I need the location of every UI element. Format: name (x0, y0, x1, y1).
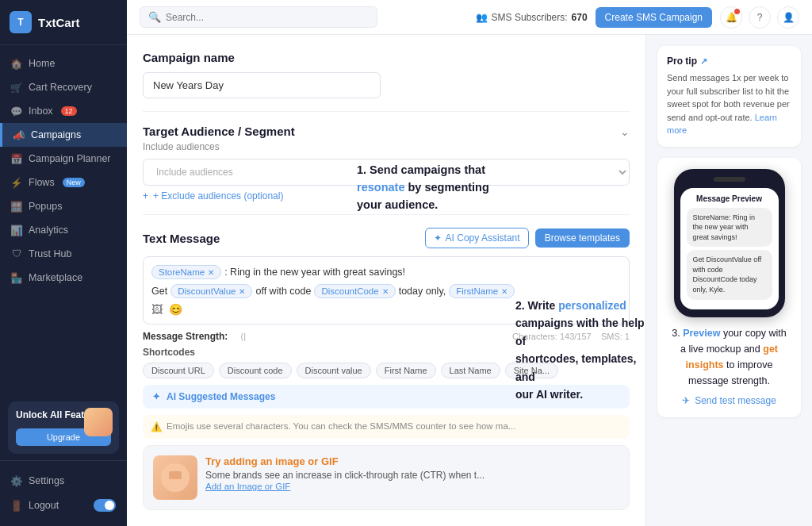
logout-icon: 🚪 (11, 500, 22, 511)
send-icon: ✈ (682, 395, 690, 406)
browse-templates-button[interactable]: Browse templates (535, 228, 630, 248)
message-line-1: StoreName ✕ : Ring in the new year with … (151, 265, 621, 279)
discount-value-remove-btn[interactable]: ✕ (239, 287, 245, 296)
first-name-tag[interactable]: FirstName ✕ (449, 284, 515, 298)
sidebar-item-popups[interactable]: 🪟 Popups (0, 194, 127, 218)
first-name-remove-btn[interactable]: ✕ (501, 287, 508, 296)
sidebar-label-analytics: Analytics (29, 225, 68, 236)
settings-icon: ⚙️ (11, 475, 22, 486)
shortcode-tag[interactable]: Discount code (219, 363, 292, 378)
text-message-label: Text Message (143, 232, 220, 245)
subscribers-label: SMS Subscribers: (492, 12, 568, 23)
inbox-icon: 💬 (11, 106, 22, 117)
send-test-button[interactable]: ✈ Send test message (682, 395, 776, 406)
gif-link[interactable]: Add an Image or GIF (205, 482, 290, 491)
sms-count: SMS: 1 (601, 332, 630, 341)
phone-mockup-card: Message Preview StoreName: Ring in the n… (657, 158, 801, 417)
sidebar-label-campaigns: Campaigns (31, 129, 81, 140)
user-avatar[interactable]: 👤 (777, 6, 799, 29)
discount-code-remove-btn[interactable]: ✕ (382, 287, 389, 296)
sidebar-item-logout[interactable]: 🚪 Logout (0, 493, 127, 518)
badge-new-flows: New (63, 178, 85, 187)
audience-chevron[interactable]: ⌄ (620, 125, 630, 138)
topbar-icons: 🔔 ? 👤 (720, 6, 799, 29)
storename-tag[interactable]: StoreName ✕ (151, 265, 221, 279)
phone-screen: Message Preview StoreName: Ring in the n… (680, 188, 779, 309)
section-divider-2 (143, 214, 630, 215)
subscribers-badge: 👥 SMS Subscribers: 670 (476, 12, 588, 23)
sidebar-label-popups: Popups (29, 201, 62, 212)
campaign-name-label: Campaign name (143, 51, 630, 64)
sidebar-label-settings: Settings (29, 475, 64, 486)
search-box[interactable]: 🔍 (140, 6, 377, 28)
sidebar-bottom: ⚙️ Settings🚪 Logout (0, 460, 127, 526)
sidebar-item-campaign-planner[interactable]: 📅 Campaign Planner (0, 147, 127, 171)
exclude-row[interactable]: + + Exclude audiences (optional) (143, 190, 630, 202)
target-audience-label: Target Audience / Segment (143, 125, 295, 138)
warning-icon: ⚠️ (151, 421, 162, 432)
campaigns-icon: 📣 (13, 129, 25, 140)
gif-thumbnail (153, 455, 197, 500)
sidebar-item-marketplace[interactable]: 🏪 Marketplace (0, 266, 127, 290)
sidebar-item-settings[interactable]: ⚙️ Settings (0, 469, 127, 493)
shortcodes-list: Discount URLDiscount codeDiscount valueF… (143, 363, 630, 378)
include-audiences-select[interactable]: Include audiences (143, 159, 630, 186)
gif-title: Try adding an image or GIF (205, 455, 485, 467)
discount-code-tag[interactable]: DiscountCode ✕ (314, 284, 395, 298)
sparkle-icon: ✦ (434, 232, 442, 244)
ai-suggested[interactable]: ✦ AI Suggested Messages (143, 385, 630, 409)
cart-recovery-icon: 🛒 (11, 82, 22, 93)
flows-icon: ⚡ (11, 177, 22, 188)
image-icon[interactable]: 🖼 (151, 303, 163, 316)
strength-label: Message Strength: (143, 331, 228, 342)
text-message-actions: ✦ AI Copy Assistant Browse templates (425, 228, 630, 248)
text-message-section: Text Message ✦ AI Copy Assistant Browse … (143, 228, 630, 248)
sidebar-label-logout: Logout (29, 500, 59, 511)
pro-tip-card: Pro tip ↗ Send messages 1x per week to y… (657, 46, 801, 147)
ai-copy-button[interactable]: ✦ AI Copy Assistant (425, 228, 529, 248)
sidebar-item-flows[interactable]: ⚡ Flows New (0, 171, 127, 194)
emoji-warning: ⚠️ Emojis use several characters. You ca… (143, 415, 630, 439)
create-campaign-button[interactable]: Create SMS Campaign (596, 7, 712, 28)
discount-value-label: DiscountValue (178, 286, 236, 296)
gif-text-area: Try adding an image or GIF Some brands s… (205, 455, 485, 492)
campaign-name-input[interactable] (143, 72, 381, 98)
sidebar-label-cart-recovery: Cart Recovery (29, 82, 92, 93)
sidebar-item-inbox[interactable]: 💬 Inbox 12 (0, 99, 127, 123)
preview-bubble-2: Get DiscountValue off with code Discount… (687, 250, 772, 299)
shortcode-tag[interactable]: Last Name (441, 363, 500, 378)
campaign-planner-icon: 📅 (11, 153, 22, 164)
discount-value-tag[interactable]: DiscountValue ✕ (170, 284, 252, 298)
storename-remove-btn[interactable]: ✕ (208, 268, 214, 277)
send-test-label: Send test message (695, 395, 776, 406)
sidebar-item-cart-recovery[interactable]: 🛒 Cart Recovery (0, 75, 127, 99)
sidebar-item-analytics[interactable]: 📊 Analytics (0, 218, 127, 242)
sidebar-item-trust-hub[interactable]: 🛡 Trust Hub (0, 242, 127, 266)
sidebar-nav: 🏠 Home 🛒 Cart Recovery 💬 Inbox 12 📣 Camp… (0, 45, 127, 394)
get-text: Get (151, 286, 167, 297)
off-code-text: off with code (255, 286, 311, 297)
shortcode-tag[interactable]: Discount URL (143, 363, 214, 378)
char-count: Characters: 143/157 (512, 332, 592, 341)
search-input[interactable] (166, 12, 369, 23)
notification-icon[interactable]: 🔔 (720, 6, 742, 29)
emoji-icon[interactable]: 😊 (169, 303, 182, 316)
shortcode-tag[interactable]: Discount value (297, 363, 371, 378)
subscribers-icon: 👥 (476, 12, 488, 23)
shortcodes-section: Shortcodes Discount URLDiscount codeDisc… (143, 347, 630, 378)
message-editor[interactable]: StoreName ✕ : Ring in the new year with … (143, 256, 630, 324)
help-icon[interactable]: ? (749, 6, 771, 29)
exclude-label: + Exclude audiences (optional) (153, 190, 283, 202)
logout-toggle[interactable] (94, 499, 116, 512)
sidebar-item-campaigns[interactable]: 📣 Campaigns (0, 123, 127, 147)
message-line-2: Get DiscountValue ✕ off with code Discou… (151, 284, 621, 298)
upgrade-avatar (84, 408, 113, 436)
shortcode-tag[interactable]: Site Na... (505, 363, 558, 378)
sidebar-label-marketplace: Marketplace (29, 272, 82, 283)
shortcode-tag[interactable]: First Name (376, 363, 436, 378)
center-content: Campaign name Target Audience / Segment … (127, 35, 645, 526)
gif-promo: Try adding an image or GIF Some brands s… (143, 445, 630, 510)
avatar-img (84, 408, 113, 436)
sidebar-item-home[interactable]: 🏠 Home (0, 52, 127, 75)
strength-indicator: ⟨| (240, 332, 246, 342)
